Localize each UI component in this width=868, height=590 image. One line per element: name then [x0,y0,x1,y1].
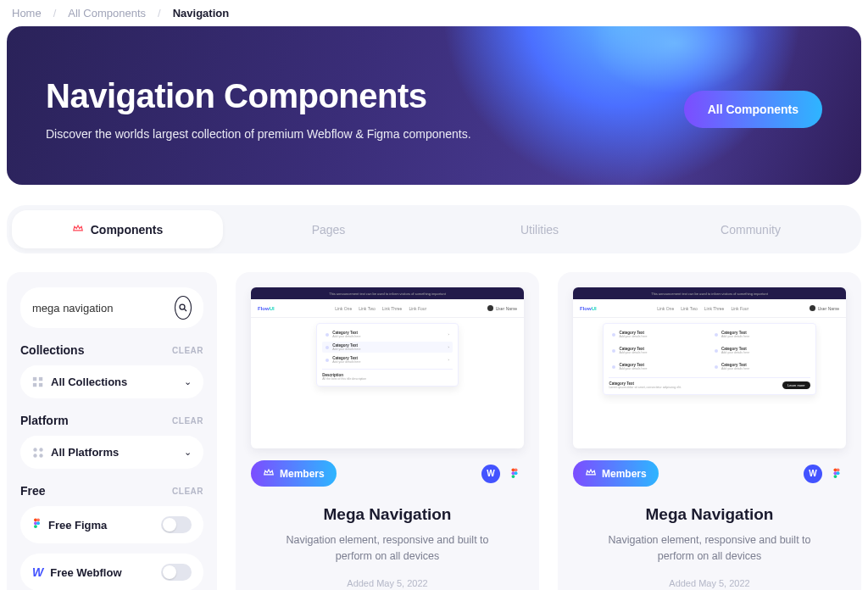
collections-select[interactable]: All Collections ⌄ [20,365,203,398]
svg-point-23 [837,471,840,475]
badge-label: Members [602,468,647,480]
card-date: Added May 5, 2022 [669,578,749,588]
card-preview: This announcement text can be used to in… [573,287,846,448]
toggle-label: Free Webflow [50,566,121,579]
select-label: All Collections [51,376,127,388]
svg-rect-3 [39,376,42,380]
filter-platform-label: Platform [20,414,69,427]
search-wrap [20,287,203,328]
component-card[interactable]: This announcement text can be used to in… [558,272,861,590]
svg-line-1 [185,309,187,312]
members-badge: Members [573,460,659,487]
card-description: Navigation element, responsive and built… [591,532,828,565]
svg-point-9 [39,454,42,457]
tabs: Components Pages Utilities Community [7,205,861,253]
tab-label: Pages [312,223,346,237]
clear-collections-button[interactable]: CLEAR [172,346,203,355]
svg-point-14 [34,525,37,528]
svg-rect-2 [33,376,36,380]
card-title: Mega Navigation [324,505,452,524]
chevron-down-icon: ⌄ [184,376,192,387]
apps-icon [32,447,44,459]
breadcrumb: Home / All Components / Navigation [0,0,868,26]
breadcrumb-sep: / [158,7,161,19]
free-figma-toggle[interactable] [161,516,192,533]
svg-rect-5 [39,382,42,386]
badge-label: Members [280,468,325,480]
free-webflow-row: WFree Webflow [20,554,203,590]
svg-point-11 [36,518,40,521]
tab-utilities[interactable]: Utilities [434,210,645,248]
svg-point-7 [39,448,42,451]
tab-label: Community [721,223,781,237]
component-card[interactable]: This announcement text can be used to in… [236,272,539,590]
svg-point-19 [512,475,515,478]
filter-free-label: Free [20,484,46,498]
tab-label: Utilities [520,223,559,237]
clear-platform-button[interactable]: CLEAR [172,416,203,426]
figma-icon [505,465,524,483]
card-grid: This announcement text can be used to in… [236,272,861,590]
chevron-down-icon: ⌄ [184,447,192,458]
hero-banner: Navigation Components Discover the world… [7,26,861,185]
webflow-icon: W [804,465,822,483]
svg-point-8 [33,454,36,457]
platform-select[interactable]: All Platforms ⌄ [20,436,203,469]
toggle-label: Free Figma [48,519,107,532]
breadcrumb-all-components[interactable]: All Components [68,7,146,19]
clear-free-button[interactable]: CLEAR [172,487,203,496]
crown-icon [263,466,275,481]
figma-icon [827,465,846,483]
webflow-icon: W [481,465,500,483]
crown-icon [72,222,84,237]
tab-components[interactable]: Components [12,210,223,248]
search-input[interactable] [32,302,175,314]
members-badge: Members [251,460,337,487]
tab-label: Components [91,223,164,237]
all-components-button[interactable]: All Components [684,91,822,128]
svg-point-0 [180,304,185,309]
card-preview: This announcement text can be used to in… [251,287,524,448]
card-title: Mega Navigation [646,505,774,524]
svg-point-24 [834,475,837,478]
card-date: Added May 5, 2022 [347,578,427,588]
crown-icon [585,466,597,481]
svg-rect-4 [33,382,36,386]
search-icon[interactable] [175,296,192,320]
figma-icon [32,518,42,532]
free-figma-row: Free Figma [20,506,203,543]
hero-title: Navigation Components [46,77,471,115]
breadcrumb-sep: / [53,7,57,19]
hero-subtitle: Discover the worlds largest collection o… [46,127,471,141]
tab-community[interactable]: Community [645,210,856,248]
card-description: Navigation element, responsive and built… [269,532,506,565]
breadcrumb-home[interactable]: Home [12,7,42,19]
tab-pages[interactable]: Pages [223,210,434,248]
svg-point-18 [515,471,518,475]
svg-point-21 [837,468,840,471]
filter-collections-label: Collections [20,343,84,357]
svg-point-13 [36,521,40,525]
select-label: All Platforms [51,446,119,459]
svg-point-16 [515,468,518,471]
filter-sidebar: Collections CLEAR All Collections ⌄ Plat… [7,272,217,590]
svg-point-6 [33,448,36,451]
grid-icon [32,376,44,388]
breadcrumb-current: Navigation [173,7,229,19]
free-webflow-toggle[interactable] [161,564,192,581]
webflow-icon: W [32,565,43,579]
